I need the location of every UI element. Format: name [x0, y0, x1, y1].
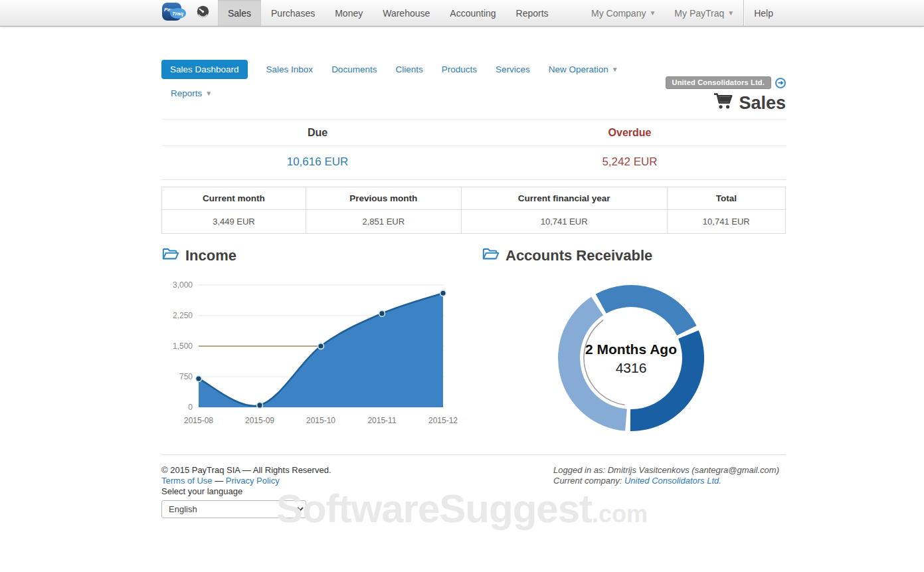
accounts-receivable-section: Accounts Receivable 2 Months Ago4316 [474, 246, 786, 441]
footer-left: © 2015 PayTraq SIA — All Rights Reserved… [161, 465, 553, 518]
receivables-donut-chart: 2 Months Ago4316 [548, 275, 714, 441]
tab-services[interactable]: Services [496, 64, 530, 74]
svg-text:2015-09: 2015-09 [245, 416, 274, 425]
income-section: Income 07501,5002,2503,0002015-082015-09… [161, 246, 474, 441]
help-link[interactable]: Help [744, 0, 783, 26]
footer-divider [161, 454, 786, 455]
footer-right: Logged in as: Dmitrijs Vasitcenkovs (san… [553, 465, 786, 518]
tab-documents[interactable]: Documents [331, 64, 377, 74]
income-title: Income [185, 247, 236, 264]
main-content: United Consolidators Ltd. ➜ Sales Sales … [161, 60, 786, 518]
folder-icon [482, 246, 500, 264]
col-current-month: Current month [162, 187, 306, 210]
svg-text:Traq: Traq [172, 11, 183, 17]
svg-text:1,500: 1,500 [173, 341, 193, 351]
accounts-receivable-title: Accounts Receivable [506, 247, 652, 264]
overdue-header: Overdue [474, 127, 786, 139]
value-current-financial-year: 10,741 EUR [461, 210, 667, 234]
language-select[interactable]: English [161, 500, 306, 518]
svg-text:4316: 4316 [616, 360, 647, 375]
logged-in-text: Logged in as: Dmitrijs Vasitcenkovs (san… [553, 465, 786, 476]
tab-new-operation[interactable]: New Operation ▼ [549, 64, 618, 74]
tab-reports[interactable]: Reports ▼ [171, 88, 212, 98]
value-current-month: 3,449 EUR [162, 210, 306, 234]
nav-item-accounting[interactable]: Accounting [440, 0, 506, 26]
svg-text:2 Months Ago: 2 Months Ago [585, 341, 677, 357]
svg-text:3,000: 3,000 [173, 280, 193, 290]
col-current-financial-year: Current financial year [461, 187, 667, 210]
table-header-row: Current month Previous month Current fin… [162, 187, 786, 210]
top-navigation: Pay Traq Sales Purchases Money Warehouse… [0, 0, 924, 27]
chevron-down-icon: ▼ [727, 9, 734, 17]
page-title-text: Sales [739, 93, 786, 114]
due-header: Due [161, 127, 474, 139]
links-separator: — [213, 476, 226, 486]
svg-text:0: 0 [188, 403, 193, 412]
page-title: Sales [666, 92, 786, 114]
value-total: 10,741 EUR [667, 210, 785, 234]
nav-item-money[interactable]: Money [325, 0, 373, 26]
tab-products[interactable]: Products [442, 64, 477, 74]
language-label: Select your language [161, 486, 553, 497]
terms-of-use-link[interactable]: Terms of Use [161, 476, 213, 486]
svg-text:750: 750 [179, 372, 193, 381]
chevron-down-icon: ▼ [205, 90, 212, 97]
cart-icon [713, 92, 733, 114]
my-paytraq-menu[interactable]: My PayTraq ▼ [665, 0, 743, 26]
switch-company-arrow-icon[interactable]: ➜ [775, 78, 786, 88]
due-overdue-panel: Due Overdue 10,616 EUR 5,242 EUR [161, 119, 786, 180]
new-operation-label: New Operation [549, 64, 608, 74]
col-previous-month: Previous month [306, 187, 461, 210]
nav-item-reports[interactable]: Reports [506, 0, 559, 26]
svg-text:2,250: 2,250 [173, 311, 193, 320]
paytraq-logo[interactable]: Pay Traq [161, 2, 188, 24]
tab-sales-dashboard[interactable]: Sales Dashboard [161, 60, 248, 79]
tab-sales-inbox[interactable]: Sales Inbox [266, 64, 314, 74]
col-total: Total [667, 187, 785, 210]
tab-clients[interactable]: Clients [395, 64, 422, 74]
nav-item-purchases[interactable]: Purchases [261, 0, 325, 26]
svg-text:2015-11: 2015-11 [367, 416, 396, 425]
chevron-down-icon: ▼ [612, 66, 618, 73]
copyright-text: © 2015 PayTraq SIA — All Rights Reserved… [161, 465, 553, 476]
my-company-label: My Company [591, 8, 646, 19]
nav-item-sales[interactable]: Sales [218, 0, 261, 26]
svg-text:2015-10: 2015-10 [306, 416, 335, 425]
current-company-link[interactable]: United Consolidators Ltd. [624, 476, 721, 486]
overdue-amount-link[interactable]: 5,242 EUR [474, 155, 786, 169]
income-area-chart: 07501,5002,2503,0002015-082015-092015-10… [161, 274, 474, 434]
dashboard-gauge-icon[interactable] [196, 5, 210, 21]
my-paytraq-label: My PayTraq [674, 8, 724, 19]
my-company-menu[interactable]: My Company ▼ [582, 0, 665, 26]
table-row: 3,449 EUR 2,851 EUR 10,741 EUR 10,741 EU… [162, 210, 786, 234]
reports-label: Reports [171, 88, 202, 98]
current-company-label: Current company: [553, 476, 624, 486]
chevron-down-icon: ▼ [649, 9, 656, 17]
svg-text:2015-08: 2015-08 [184, 416, 213, 425]
privacy-policy-link[interactable]: Privacy Policy [226, 476, 280, 486]
due-amount-link[interactable]: 10,616 EUR [161, 155, 474, 169]
folder-icon [161, 246, 179, 264]
svg-text:2015-12: 2015-12 [428, 416, 458, 425]
company-badge: United Consolidators Ltd. [666, 76, 771, 89]
nav-item-warehouse[interactable]: Warehouse [373, 0, 440, 26]
period-summary-table: Current month Previous month Current fin… [161, 187, 786, 234]
value-previous-month: 2,851 EUR [306, 210, 461, 234]
